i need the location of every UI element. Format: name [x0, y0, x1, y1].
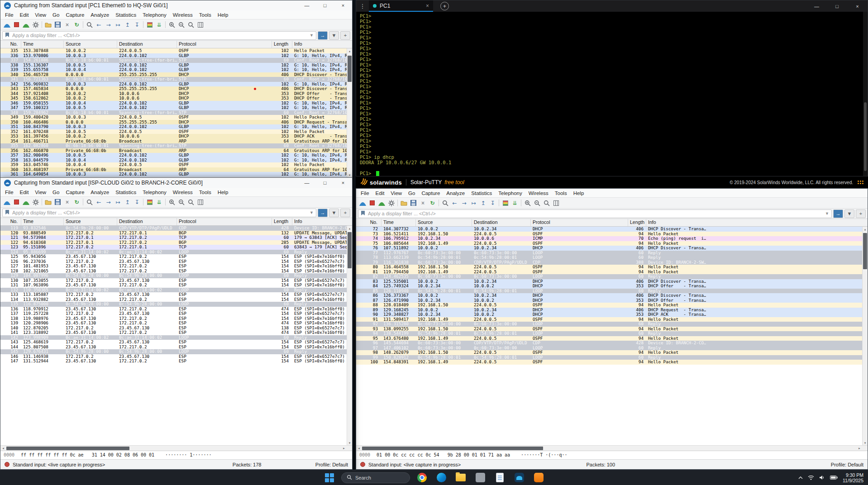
chevron-up-icon[interactable] [798, 476, 803, 479]
auto-scroll-icon[interactable]: ⇊ [510, 199, 520, 208]
filter-bookmark-icon[interactable] [361, 210, 365, 217]
packet-row[interactable]: 359163.04574610.0.0.4224.0.0.5OSPF102Hel… [0, 162, 352, 167]
go-forward-icon[interactable]: → [104, 20, 113, 29]
close-file-icon[interactable]: × [62, 198, 72, 207]
zoom-out-icon[interactable] [532, 199, 542, 208]
packet-row[interactable]: 350160.4664860.0.0.0255.255.255.255DHCP4… [0, 120, 352, 125]
packet-row[interactable]: 143125.468619172.217.0.223.45.67.130ESP1… [0, 340, 352, 345]
packet-row[interactable]: 92136.3152800c:60:73:3e:00:000c:60:73:3e… [356, 322, 868, 327]
filter-dropdown-icon[interactable]: ▼ [825, 211, 829, 216]
go-forward-icon[interactable]: → [104, 198, 113, 207]
go-last-packet-icon[interactable]: ↧ [132, 198, 142, 207]
zoom-out-icon[interactable] [176, 20, 186, 29]
column-no[interactable]: No. [0, 218, 21, 225]
scrollbar-thumb[interactable] [864, 102, 867, 171]
packet-row[interactable]: 87126.47199010.0.2.3410.0.0.2DHCP353DHCP… [356, 298, 868, 303]
menu-item-go[interactable]: Go [49, 190, 62, 195]
packet-row[interactable]: 138119.98897623.45.67.130172.217.0.2ESP1… [0, 316, 352, 321]
packet-row[interactable]: 136118.97091223.45.67.130172.217.0.2ESP4… [0, 307, 352, 312]
filter-apply-button[interactable]: → [833, 209, 843, 218]
packet-row[interactable]: 85126.1109400c:54:9b:28:00:010c:54:9b:28… [356, 289, 868, 294]
packet-list[interactable]: 335153.30784810.0.0.2224.0.0.5OSPF102Hel… [0, 48, 352, 177]
packet-row[interactable]: 97147.4061020c:60:73:3e:00:000c:60:73:3e… [356, 346, 868, 351]
horizontal-scrollbar[interactable]: ◄ ► [356, 445, 868, 451]
packet-row[interactable]: 340156.4657280.0.0.0255.255.255.255DHCP4… [0, 72, 352, 77]
packet-row[interactable]: 356162.466870Private_66:68:0bBroadcastAR… [0, 148, 352, 153]
column-length[interactable]: Length [272, 218, 292, 225]
scroll-down-icon[interactable]: ▼ [863, 440, 868, 445]
capture-options-icon[interactable] [31, 198, 40, 207]
go-back-icon[interactable]: ← [450, 199, 459, 208]
find-packet-icon[interactable] [85, 198, 94, 207]
packet-row[interactable]: 84125.74932410.0.2.3410.0.0.2DHCP353DHCP… [356, 284, 868, 289]
maximize-button[interactable]: □ [316, 0, 334, 10]
menu-item-capture[interactable]: Capture [418, 190, 443, 196]
battery-icon[interactable] [830, 475, 838, 480]
packet-row[interactable]: 78113.6621390c:54:9b:28:00:010c:54:9b:28… [356, 255, 868, 260]
start-capture-icon[interactable] [2, 198, 12, 207]
packet-row[interactable]: 337154.2618860c:6b:18:b6:00:01Spanning-t… [0, 58, 352, 63]
scrollbar-thumb[interactable] [348, 56, 352, 82]
column-time[interactable]: Time [382, 219, 416, 226]
packet-row[interactable]: 346159.05815510.0.0.4224.0.0.102GLBP102G… [0, 101, 352, 106]
scroll-up-icon[interactable]: ▲ [347, 48, 352, 53]
column-source[interactable]: Source [64, 41, 117, 48]
column-info[interactable]: Info [292, 218, 352, 225]
menu-item-edit[interactable]: Edit [372, 190, 388, 196]
packet-row[interactable]: 83125.53500110.0.0.210.0.2.34DHCP406DHCP… [356, 279, 868, 284]
filter-dropdown-icon[interactable]: ▼ [310, 210, 314, 215]
packet-row[interactable]: 86126.37336710.0.0.210.0.2.34DHCP406DHCP… [356, 293, 868, 298]
menu-item-statistics[interactable]: Statistics [112, 190, 139, 195]
capture-options-icon[interactable] [31, 20, 40, 29]
column-source[interactable]: Source [416, 219, 472, 226]
save-file-icon[interactable] [53, 198, 62, 207]
scrollbar-thumb[interactable] [863, 233, 867, 269]
packet-row[interactable]: 144125.80750823.45.67.130172.217.0.2ESP1… [0, 345, 352, 350]
packet-row[interactable]: 360163.468197Private_66:68:0bBroadcastAR… [0, 167, 352, 172]
filter-expression-dropdown[interactable]: ▼ [844, 209, 854, 218]
title-bar[interactable]: Capturing from Standard input [ISP-CLOUD… [0, 178, 352, 188]
go-back-icon[interactable]: ← [94, 20, 104, 29]
packet-list[interactable]: 72104.30773210.0.0.210.0.2.34DHCP406DHCP… [356, 227, 868, 445]
packet-row[interactable]: 341156.7213630c:6b:18:b6:00:01Spanning-t… [0, 77, 352, 82]
close-button[interactable]: × [334, 178, 352, 188]
packet-row[interactable]: 12194.573984172.217.0.1172.217.0.2TCP601… [0, 235, 352, 240]
menu-item-tools[interactable]: Tools [196, 190, 215, 195]
packet-list[interactable]: 11993.8325460c:54:9b:28:00:00CDP/VTP/DTP… [0, 226, 352, 445]
menu-item-wireless[interactable]: Wireless [170, 12, 196, 18]
terminal-body[interactable]: PC1>PC1>PC1>PC1>PC1>PC1>PC1>PC1>PC1>PC1>… [356, 12, 863, 176]
restart-capture-icon[interactable] [377, 199, 386, 208]
packet-row[interactable]: 12294.610368172.217.0.1172.217.0.2BGP285… [0, 240, 352, 245]
zoom-in-icon[interactable] [167, 20, 176, 29]
colorize-packets-icon[interactable] [145, 198, 154, 207]
packet-row[interactable]: 132110.3503650c:ae:31:14:00:020c:ae:31:1… [0, 288, 352, 293]
maximize-button[interactable]: □ [316, 178, 334, 188]
go-forward-icon[interactable]: → [459, 199, 469, 208]
capture-options-icon[interactable] [386, 199, 396, 208]
zoom-reset-icon[interactable] [186, 198, 196, 207]
packet-row[interactable]: 12093.888549172.217.0.2172.217.0.1BGP132… [0, 231, 352, 236]
menu-item-telephony[interactable]: Telephony [139, 190, 169, 195]
packet-row[interactable]: 94138.5441990c:54:9b:28:00:010c:54:9b:28… [356, 331, 868, 336]
expert-info-icon[interactable] [5, 462, 10, 467]
packet-row[interactable]: 12495.8866990c:ae:31:14:00:020c:ae:31:14… [0, 250, 352, 255]
packet-row[interactable]: 353161.39745610.0.0.210.0.0.6DHCP353DHCP… [0, 134, 352, 139]
search-input[interactable]: Search [341, 472, 410, 483]
zoom-in-icon[interactable] [167, 198, 176, 207]
go-first-packet-icon[interactable]: ↥ [478, 199, 488, 208]
menu-item-view[interactable]: View [32, 12, 49, 18]
packet-row[interactable]: 79116.3618380c:60:73:3e:00:00CDP/VTP/DTP… [356, 260, 868, 265]
column-length[interactable]: Length [628, 219, 646, 226]
filter-apply-button[interactable]: → [318, 209, 328, 217]
restart-capture-icon[interactable] [21, 20, 31, 29]
close-button[interactable]: × [334, 0, 352, 10]
packet-row[interactable]: 128102.32106523.45.67.130172.217.0.2ESP1… [0, 269, 352, 274]
menu-item-file[interactable]: File [358, 190, 372, 196]
packet-row[interactable]: 348159.2849620c:6b:18:b6:00:01Spanning-t… [0, 110, 352, 115]
menu-item-wireless[interactable]: Wireless [170, 190, 196, 195]
packet-row[interactable]: 357162.90049610.0.0.5224.0.0.102GLBP102G… [0, 153, 352, 158]
scroll-left-icon[interactable]: ◄ [0, 446, 6, 451]
packet-row[interactable]: 342156.96983210.0.0.3224.0.0.102GLBP102G… [0, 82, 352, 87]
stop-capture-icon[interactable] [12, 20, 21, 29]
packet-row[interactable]: 74106.79591210.0.2.3410.0.0.6ICMP70Echo … [356, 236, 868, 241]
